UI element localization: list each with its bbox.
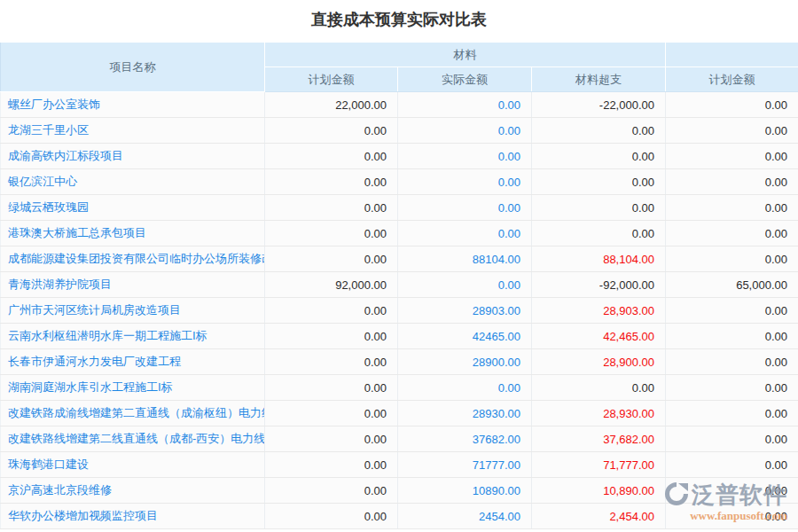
page-title: 直接成本预算实际对比表 [0, 0, 798, 42]
project-name-cell: 港珠澳大桥施工总承包项目 [1, 221, 265, 246]
actual-amount-link[interactable]: 0.00 [398, 92, 532, 118]
material-overspend-cell: 0.00 [532, 118, 666, 144]
project-name-cell: 青海洪湖养护院项目 [1, 272, 265, 298]
project-name-cell: 京沪高速北京段维修 [1, 478, 265, 504]
material-overspend-cell: 28,930.00 [532, 401, 666, 426]
project-name-link[interactable]: 云南水利枢纽潜明水库一期工程施工I标 [8, 329, 207, 342]
project-name-link[interactable]: 广州市天河区统计局机房改造项目 [8, 303, 181, 317]
plan-amount-2-cell: 0.00 [666, 324, 798, 349]
plan-amount-2-cell: 0.00 [666, 401, 798, 426]
table-row: 京沪高速北京段维修 0.00 10890.00 10,890.00 0.00 [1, 478, 798, 504]
actual-amount-link[interactable]: 10890.00 [398, 478, 532, 504]
table-row: 港珠澳大桥施工总承包项目 0.00 0.00 0.00 0.00 [1, 221, 798, 246]
col-group-material: 材料 [265, 43, 666, 67]
project-name-link[interactable]: 螺丝厂办公室装饰 [8, 98, 100, 111]
project-name-cell: 长春市伊通河水力发电厂改建工程 [1, 349, 265, 375]
table-row: 云南水利枢纽潜明水库一期工程施工I标 0.00 42465.00 42,465.… [1, 324, 798, 349]
plan-amount-2-cell: 0.00 [666, 426, 798, 452]
plan-amount-2-cell: 0.00 [666, 118, 798, 144]
material-overspend-cell: -92,000.00 [532, 272, 666, 298]
project-name-link[interactable]: 京沪高速北京段维修 [8, 483, 112, 497]
project-name-link[interactable]: 港珠澳大桥施工总承包项目 [8, 226, 146, 239]
plan-amount-2-cell: 0.00 [666, 349, 798, 375]
table-header: 项目名称 材料 计划金额 实际金额 材料超支 计划金额 [1, 43, 798, 92]
actual-amount-link[interactable]: 0.00 [398, 169, 532, 195]
col-header-project-name: 项目名称 [1, 43, 265, 92]
actual-amount-link[interactable]: 0.00 [398, 221, 532, 246]
plan-amount-2-cell: 0.00 [666, 92, 798, 118]
plan-amount-cell: 92,000.00 [265, 272, 398, 298]
plan-amount-2-cell: 0.00 [666, 169, 798, 195]
actual-amount-link[interactable]: 2454.00 [398, 504, 532, 529]
project-name-link[interactable]: 华软办公楼增加视频监控项目 [8, 509, 158, 522]
project-name-link[interactable]: 成渝高铁内江标段项目 [8, 149, 123, 162]
actual-amount-link[interactable]: 0.00 [398, 375, 532, 401]
plan-amount-cell: 0.00 [265, 504, 398, 529]
project-name-cell: 华软办公楼增加视频监控项目 [1, 504, 265, 529]
actual-amount-link[interactable]: 28903.00 [398, 298, 532, 324]
project-name-cell: 龙湖三千里小区 [1, 118, 265, 144]
plan-amount-cell: 0.00 [265, 349, 398, 375]
project-name-link[interactable]: 银亿滨江中心 [8, 175, 77, 188]
project-name-link[interactable]: 成都能源建设集团投资有限公司临时办公场所装修改造 [8, 252, 265, 265]
project-name-cell: 改建铁路线增建第二线直通线（成都-西安）电力线 [1, 426, 265, 452]
actual-amount-link[interactable]: 28930.00 [398, 401, 532, 426]
material-overspend-cell: 42,465.00 [532, 324, 666, 349]
material-overspend-cell: -22,000.00 [532, 92, 666, 118]
table-row: 银亿滨江中心 0.00 0.00 0.00 0.00 [1, 169, 798, 195]
project-name-link[interactable]: 青海洪湖养护院项目 [8, 278, 112, 291]
project-name-cell: 云南水利枢纽潜明水库一期工程施工I标 [1, 324, 265, 349]
plan-amount-cell: 22,000.00 [265, 92, 398, 118]
plan-amount-2-cell: 0.00 [666, 375, 798, 401]
project-name-link[interactable]: 湖南洞庭湖水库引水工程施工I标 [8, 380, 173, 394]
table-row: 珠海鹤港口建设 0.00 71777.00 71,777.00 0.00 [1, 452, 798, 478]
col-header-material-overspend: 材料超支 [532, 67, 666, 92]
project-name-link[interactable]: 长春市伊通河水力发电厂改建工程 [8, 355, 181, 368]
plan-amount-cell: 0.00 [265, 478, 398, 504]
material-overspend-cell: 10,890.00 [532, 478, 666, 504]
project-name-link[interactable]: 绿城云栖玫瑰园 [8, 200, 89, 214]
project-name-link[interactable]: 珠海鹤港口建设 [8, 458, 89, 471]
material-overspend-cell: 0.00 [532, 144, 666, 169]
cost-comparison-table: 项目名称 材料 计划金额 实际金额 材料超支 计划金额 螺丝厂办公室装饰 22,… [0, 42, 798, 529]
actual-amount-link[interactable]: 0.00 [398, 118, 532, 144]
plan-amount-2-cell: 0.00 [666, 246, 798, 272]
material-overspend-cell: 28,900.00 [532, 349, 666, 375]
plan-amount-cell: 0.00 [265, 169, 398, 195]
actual-amount-link[interactable]: 0.00 [398, 144, 532, 169]
plan-amount-cell: 0.00 [265, 195, 398, 221]
material-overspend-cell: 88,104.00 [532, 246, 666, 272]
actual-amount-link[interactable]: 0.00 [398, 195, 532, 221]
actual-amount-link[interactable]: 37682.00 [398, 426, 532, 452]
plan-amount-2-cell: 0.00 [666, 478, 798, 504]
table-row: 成渝高铁内江标段项目 0.00 0.00 0.00 0.00 [1, 144, 798, 169]
project-name-cell: 广州市天河区统计局机房改造项目 [1, 298, 265, 324]
plan-amount-cell: 0.00 [265, 375, 398, 401]
material-overspend-cell: 37,682.00 [532, 426, 666, 452]
project-name-cell: 绿城云栖玫瑰园 [1, 195, 265, 221]
material-overspend-cell: 0.00 [532, 375, 666, 401]
project-name-cell: 银亿滨江中心 [1, 169, 265, 195]
col-header-plan-amount-2: 计划金额 [666, 67, 798, 92]
project-name-cell: 螺丝厂办公室装饰 [1, 92, 265, 118]
plan-amount-2-cell: 65,000.00 [666, 272, 798, 298]
project-name-cell: 湖南洞庭湖水库引水工程施工I标 [1, 375, 265, 401]
actual-amount-link[interactable]: 42465.00 [398, 324, 532, 349]
actual-amount-link[interactable]: 28900.00 [398, 349, 532, 375]
actual-amount-link[interactable]: 0.00 [398, 272, 532, 298]
project-name-link[interactable]: 龙湖三千里小区 [8, 123, 89, 137]
col-group-right [666, 43, 798, 67]
actual-amount-link[interactable]: 88104.00 [398, 246, 532, 272]
actual-amount-link[interactable]: 71777.00 [398, 452, 532, 478]
plan-amount-2-cell: 0.00 [666, 298, 798, 324]
project-name-link[interactable]: 改建铁路成渝线增建第二直通线（成渝枢纽）电力线 [8, 406, 265, 419]
project-name-cell: 珠海鹤港口建设 [1, 452, 265, 478]
table-row: 改建铁路线增建第二线直通线（成都-西安）电力线 0.00 37682.00 37… [1, 426, 798, 452]
plan-amount-cell: 0.00 [265, 324, 398, 349]
plan-amount-2-cell: 0.00 [666, 144, 798, 169]
table-row: 华软办公楼增加视频监控项目 0.00 2454.00 2,454.00 0.00 [1, 504, 798, 529]
project-name-link[interactable]: 改建铁路线增建第二线直通线（成都-西安）电力线 [8, 432, 265, 445]
plan-amount-cell: 0.00 [265, 221, 398, 246]
material-overspend-cell: 28,903.00 [532, 298, 666, 324]
material-overspend-cell: 0.00 [532, 221, 666, 246]
